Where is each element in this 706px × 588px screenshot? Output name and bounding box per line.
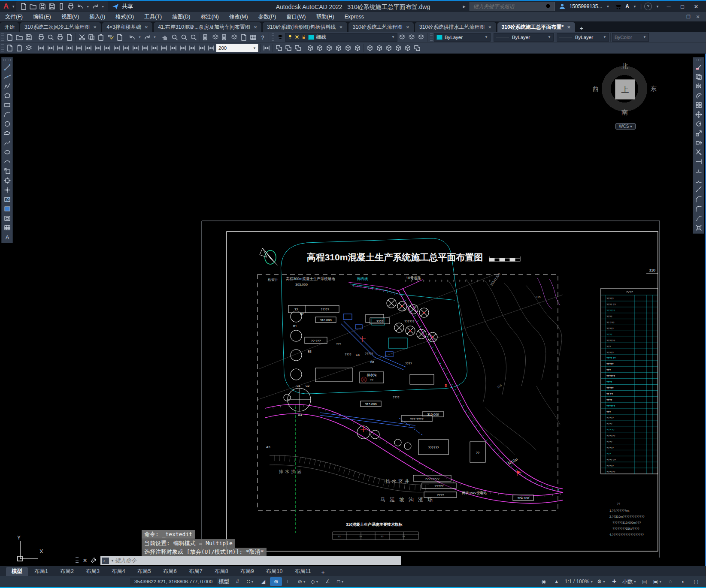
menu-文件(F)[interactable]: 文件(F)	[0, 13, 28, 21]
ellipse-icon[interactable]	[3, 148, 12, 157]
mirror-icon[interactable]	[694, 81, 703, 90]
quickcalc-icon[interactable]	[248, 33, 258, 42]
menu-编辑(E)[interactable]: 编辑(E)	[28, 13, 56, 21]
viewcube[interactable]: 上 北 南 西 东	[600, 64, 649, 114]
construction-line-icon[interactable]	[3, 72, 12, 81]
move-icon[interactable]	[694, 110, 703, 119]
layout-tab-布局3[interactable]: 布局3	[80, 567, 105, 576]
layer-translate-icon[interactable]	[24, 43, 33, 53]
offset-icon[interactable]	[694, 91, 703, 100]
save-icon[interactable]	[38, 2, 47, 11]
zoom-previous-icon[interactable]	[189, 33, 198, 42]
app-store-cart-icon[interactable]	[613, 2, 623, 11]
annotation-monitor-button[interactable]: ✚	[608, 577, 620, 586]
dim-arc-length-icon[interactable]	[55, 43, 65, 53]
layout-tab-布局8[interactable]: 布局8	[209, 567, 234, 576]
command-customize-icon[interactable]	[89, 557, 98, 564]
tab-close-icon[interactable]: ✕	[145, 25, 148, 30]
lock-ui-button[interactable]: ▣▼	[651, 577, 664, 586]
menu-修改(M)[interactable]: 修改(M)	[224, 13, 253, 21]
multiline-text-icon[interactable]	[3, 232, 12, 241]
dim-tolerance-icon[interactable]	[159, 43, 169, 53]
menu-标注(N)[interactable]: 标注(N)	[196, 13, 224, 21]
tab-close-icon[interactable]: ✕	[488, 25, 491, 30]
viewcube-top-face[interactable]: 上	[615, 79, 635, 100]
layer-lock-icon[interactable]	[301, 34, 307, 40]
help-icon[interactable]	[258, 33, 267, 42]
stretch-icon[interactable]	[694, 138, 703, 147]
sheet-set-manager-icon[interactable]	[230, 33, 239, 42]
rectangle-icon[interactable]	[3, 100, 12, 109]
viewcube-east[interactable]: 东	[650, 85, 657, 93]
dim-ordinate-icon[interactable]	[65, 43, 74, 53]
tab-close-icon[interactable]: ✕	[339, 25, 342, 30]
file-tab[interactable]: 4×3拌和楼基础✕	[102, 22, 152, 32]
workspace-switching-button[interactable]: ⚙▼	[595, 577, 607, 586]
dim-jog-line-icon[interactable]	[188, 43, 197, 53]
redo-icon[interactable]	[142, 33, 152, 42]
make-object-layer-current-icon[interactable]	[397, 33, 407, 42]
point-icon[interactable]	[3, 185, 12, 194]
3d-align-icon[interactable]	[384, 43, 394, 53]
logo-dropdown-icon[interactable]: ▼	[12, 5, 15, 9]
units-button[interactable]: 小数▼	[621, 577, 638, 586]
layout-tab-布局4[interactable]: 布局4	[106, 567, 131, 576]
block-editor-icon[interactable]	[115, 33, 124, 42]
hatch-icon[interactable]	[3, 195, 12, 204]
circle-icon[interactable]	[3, 119, 12, 128]
isometric-drafting-button[interactable]: ◇▼	[309, 577, 321, 586]
tab-close-icon[interactable]: ✕	[93, 25, 97, 30]
doc-minimize-button[interactable]: ─	[674, 14, 684, 20]
explode-icon[interactable]	[694, 223, 703, 232]
create-block-icon[interactable]	[3, 176, 12, 185]
extrude-icon[interactable]	[306, 43, 315, 53]
share-button[interactable]: 共享	[108, 2, 136, 11]
quick-properties-button[interactable]: ▤	[639, 577, 651, 586]
new-icon[interactable]	[5, 33, 15, 42]
layer-states-icon[interactable]	[416, 33, 426, 42]
dim-linear-icon[interactable]	[36, 43, 46, 53]
menu-绘图(D)[interactable]: 绘图(D)	[167, 13, 195, 21]
revolve-icon[interactable]	[334, 43, 343, 53]
open-icon[interactable]	[28, 2, 38, 11]
help-dropdown-icon[interactable]: ▼	[656, 5, 659, 9]
command-input[interactable]	[114, 557, 373, 564]
region-icon[interactable]	[3, 214, 12, 223]
check-icon[interactable]	[412, 43, 422, 53]
dim-space-icon[interactable]	[140, 43, 150, 53]
autocad-logo[interactable]: A	[3, 2, 9, 11]
redo-icon[interactable]	[91, 2, 100, 11]
open-icon[interactable]	[15, 33, 24, 42]
zoom-realtime-icon[interactable]	[170, 33, 179, 42]
dim-angular-icon[interactable]	[103, 43, 112, 53]
doc-restore-button[interactable]: ❐	[684, 14, 693, 20]
dim-continue-icon[interactable]	[131, 43, 140, 53]
layout-tab-布局11[interactable]: 布局11	[289, 567, 316, 576]
autodesk-dropdown-icon[interactable]: ▼	[633, 5, 636, 9]
dim-edit-icon[interactable]	[197, 43, 206, 53]
scale-icon[interactable]	[694, 129, 703, 138]
copy-icon[interactable]	[694, 72, 703, 81]
help-icon[interactable]: ?	[644, 3, 652, 10]
3d-rotate-icon[interactable]	[375, 43, 384, 53]
annotation-visibility-button[interactable]: ◉	[538, 577, 550, 586]
tool-palettes-icon[interactable]	[220, 33, 230, 42]
dim-update-icon[interactable]	[262, 43, 271, 53]
properties-icon[interactable]	[201, 33, 211, 42]
autodesk-a-icon[interactable]: A	[625, 3, 629, 9]
new-tab-button[interactable]: +	[576, 25, 587, 32]
command-grip[interactable]	[76, 557, 79, 564]
rotate-icon[interactable]	[694, 119, 703, 128]
search-input[interactable]	[473, 3, 545, 10]
properties-toolbar-grip[interactable]	[430, 33, 433, 41]
polyline-icon[interactable]	[3, 81, 12, 90]
section-plane-icon[interactable]	[403, 43, 412, 53]
layout-tab-布局1[interactable]: 布局1	[29, 567, 54, 576]
break-at-point-icon[interactable]	[694, 166, 703, 175]
toolbar2-grip[interactable]	[1, 44, 4, 52]
file-tab[interactable]: 310砼系统供排水工艺流程图✕	[415, 22, 496, 32]
dim-diameter-icon[interactable]	[93, 43, 103, 53]
layer-combo-arrow-icon[interactable]: ▼	[389, 35, 395, 39]
dim-break-icon[interactable]	[150, 43, 159, 53]
search-icon[interactable]	[545, 2, 552, 11]
